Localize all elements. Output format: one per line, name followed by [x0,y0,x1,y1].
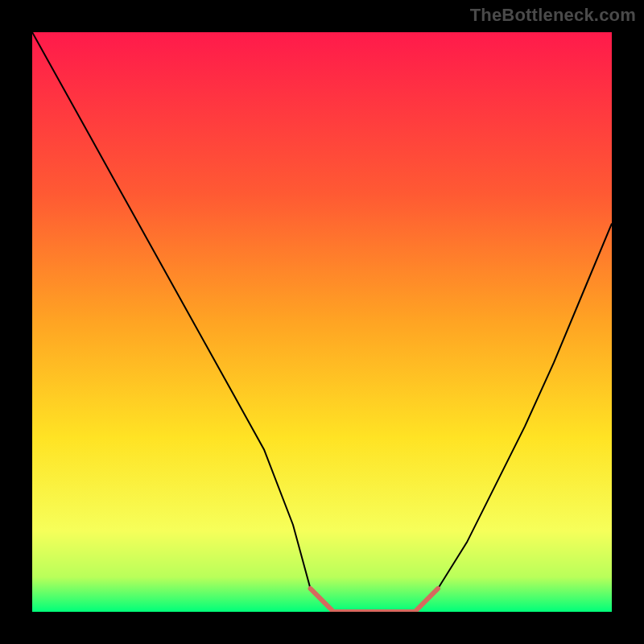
curve-layer [32,32,612,612]
watermark-text: TheBottleneck.com [470,5,636,26]
flat-bottom-marker [311,588,438,612]
plot-area [32,32,612,612]
chart-frame: TheBottleneck.com [0,0,644,644]
bottleneck-curve [32,32,612,612]
